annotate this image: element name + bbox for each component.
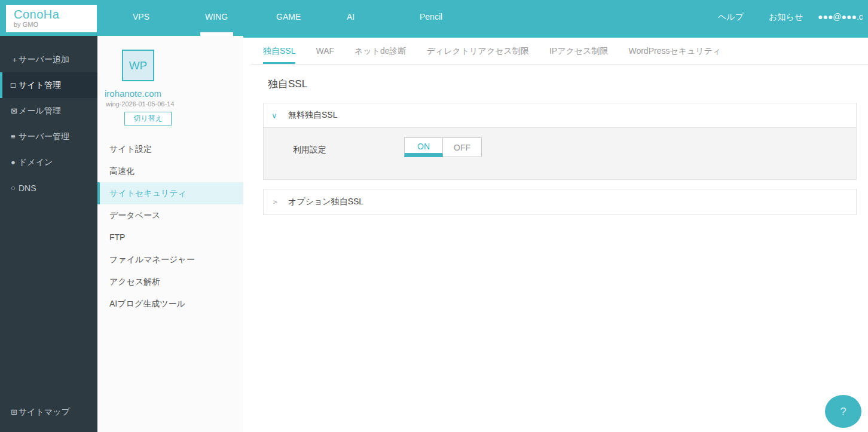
sidebar-item-label: メール管理 [19,106,61,117]
chevron-right-icon: ＞ [271,197,280,207]
sidebar-item-mail-management[interactable]: ⊠ メール管理 [0,98,97,124]
tab-directory-access-restriction[interactable]: ディレクトリアクセス制限 [427,38,529,64]
panel-item-file-manager[interactable]: ファイルマネージャー [97,249,243,271]
tab-own-ssl[interactable]: 独自SSL [263,38,295,64]
logo-subtitle: by GMO [14,20,97,29]
sidebar-item-server-management[interactable]: ≡ サーバー管理 [0,124,97,149]
sitemap-icon: ⊞ [11,408,19,416]
option-ssl-accordion-header[interactable]: ＞ オプション独自SSL [263,189,857,215]
site-panel: WP irohanote.com wing-2026-01-05-06-14 切… [97,36,243,432]
sidebar-item-label: ドメイン [19,157,53,168]
nav-pencil[interactable]: Pencil [420,12,442,22]
free-ssl-section: ∨ 無料独自SSL [263,103,857,128]
switch-site-button[interactable]: 切り替え [124,112,172,125]
panel-item-site-settings[interactable]: サイト設定 [97,138,243,160]
nav-game[interactable]: GAME [276,12,301,22]
sidebar-item-site-management[interactable]: □ サイト管理 [0,72,97,98]
free-ssl-title: 無料独自SSL [288,110,337,121]
panel-item-database[interactable]: データベース [97,204,243,226]
ssl-usage-toggle: ON OFF [404,137,482,157]
help-button[interactable]: ? [825,395,861,428]
dns-icon: ○ [11,183,19,192]
mail-icon: ⊠ [11,106,19,115]
usage-setting-label: 利用設定 [293,145,326,155]
tab-waf[interactable]: WAF [316,38,334,64]
sidebar-item-label: サーバー管理 [19,131,69,142]
page-title: 独自SSL [268,77,857,91]
panel-item-site-security[interactable]: サイトセキュリティ [97,182,243,204]
sidebar-item-label: サイトマップ [19,407,70,418]
site-domain-link[interactable]: irohanote.com [105,88,161,99]
panel-item-speed-up[interactable]: 高速化 [97,160,243,182]
nav-vps[interactable]: VPS [133,12,149,22]
panel-item-access-analytics[interactable]: アクセス解析 [97,271,243,293]
panel-item-ai-blog-tool[interactable]: AIブログ生成ツール [97,293,243,315]
option-ssl-title: オプション独自SSL [288,197,363,207]
nav-help[interactable]: ヘルプ [718,12,744,23]
sidebar-item-label: サーバー追加 [19,54,69,65]
tab-wordpress-security[interactable]: WordPressセキュリティ [628,38,721,64]
toggle-on-button[interactable]: ON [404,137,443,157]
sidebar-item-sitemap[interactable]: ⊞ サイトマップ [0,399,97,425]
sidebar-item-domain[interactable]: ● ドメイン [0,149,97,175]
sidebar-item-label: DNS [19,183,36,193]
panel-item-ftp[interactable]: FTP [97,226,243,249]
nav-wing[interactable]: WING [205,12,228,22]
logo-name: ConoHa [14,8,97,20]
plus-icon: ＋ [11,54,19,65]
domain-icon: ● [11,158,19,167]
chevron-down-icon: ∨ [271,111,280,120]
nav-ai[interactable]: AI [347,12,354,22]
main-sidebar: ＋ サーバー追加 □ サイト管理 ⊠ メール管理 ≡ サーバー管理 ● ドメイン… [0,36,97,432]
security-tabbar: 独自SSL WAF ネットde診断 ディレクトリアクセス制限 IPアクセス制限 … [251,38,868,65]
sidebar-item-dns[interactable]: ○ DNS [0,175,97,201]
main-content: 独自SSL WAF ネットde診断 ディレクトリアクセス制限 IPアクセス制限 … [243,36,868,432]
toggle-off-button[interactable]: OFF [443,137,482,157]
tab-ip-access-restriction[interactable]: IPアクセス制限 [549,38,609,64]
server-icon: ≡ [11,132,19,141]
free-ssl-accordion-body: 利用設定 ON OFF [263,128,857,180]
sidebar-item-add-server[interactable]: ＋ サーバー追加 [0,47,97,72]
wordpress-badge: WP [122,50,154,81]
server-name: wing-2026-01-05-06-14 [106,100,174,108]
site-icon: □ [11,81,19,90]
nav-news[interactable]: お知らせ [769,12,803,23]
conoha-logo[interactable]: ConoHa by GMO [6,5,97,32]
top-header: ConoHa by GMO VPS WING GAME AI Pencil ヘル… [0,0,868,36]
sidebar-item-label: サイト管理 [19,80,61,91]
account-menu[interactable]: ●●●@●●●.c [818,12,863,22]
tab-net-de-diagnosis[interactable]: ネットde診断 [354,38,407,64]
free-ssl-accordion-header[interactable]: ∨ 無料独自SSL [264,103,856,127]
